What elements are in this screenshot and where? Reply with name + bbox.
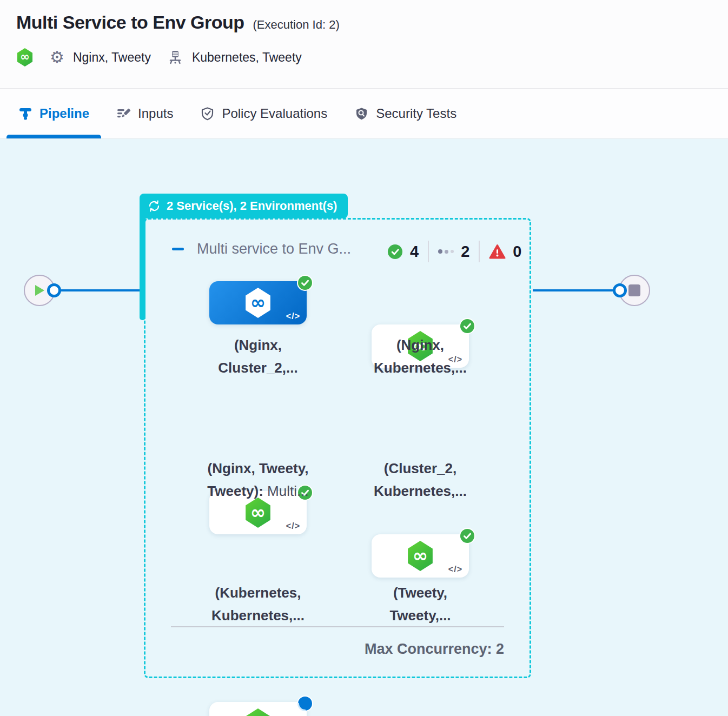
- tab-policy-evaluations[interactable]: Policy Evaluations: [200, 89, 327, 138]
- counts-divider: [428, 241, 429, 262]
- environment-icon: [167, 49, 183, 65]
- stage-matrix-badge-label: 2 Service(s), 2 Environment(s): [167, 199, 337, 213]
- services-summary: ⚙ Nginx, Tweety: [50, 49, 151, 65]
- stage-status-counts: 4 2 0: [387, 240, 521, 263]
- running-count-icon: [438, 249, 454, 254]
- status-success-icon: [459, 318, 475, 334]
- status-success-icon: [459, 528, 475, 544]
- node-label: (Cluster_2, Kubernetes,...: [339, 457, 501, 502]
- max-concurrency-divider: [171, 626, 504, 627]
- edge-connector-right: [613, 283, 627, 297]
- tab-pipeline[interactable]: Pipeline: [18, 89, 89, 138]
- stage-title[interactable]: Multi service to Env G...: [197, 241, 351, 257]
- edge-connector-left: [47, 283, 61, 297]
- title-row: Multi Service to Env Group (Execution Id…: [16, 12, 728, 33]
- tab-inputs-label: Inputs: [138, 106, 173, 121]
- loop-strategy-icon: [148, 200, 161, 213]
- node-label: (Nginx, Tweety, Tweety): Multi...: [177, 457, 339, 502]
- edge-start-to-stage: [54, 289, 142, 291]
- environments-summary: Kubernetes, Tweety: [167, 49, 302, 65]
- tab-security-tests[interactable]: Security Tests: [354, 89, 456, 138]
- stage-matrix-badge[interactable]: 2 Service(s), 2 Environment(s): [140, 194, 348, 218]
- security-shield-search-icon: [354, 107, 369, 121]
- gear-icon: ⚙: [50, 49, 64, 65]
- play-icon: [34, 284, 45, 297]
- success-count-icon: [387, 244, 403, 260]
- code-icon: </>: [286, 521, 300, 531]
- execution-header: Multi Service to Env Group (Execution Id…: [0, 0, 728, 89]
- code-icon: </>: [448, 565, 462, 574]
- execution-meta-row: ∞ ⚙ Nginx, Tweety Kubernetes, Tweety: [16, 48, 728, 67]
- execution-tabbar: Pipeline Inputs Policy Evaluations: [0, 89, 728, 139]
- failed-count-icon: [489, 244, 506, 260]
- max-concurrency-label: Max Concurrency: 2: [171, 641, 504, 658]
- pipeline-node-card-cluster2-kubernetes[interactable]: ∞ </>: [372, 534, 469, 578]
- stage-header: Multi service to Env G...: [172, 241, 351, 257]
- pipeline-canvas[interactable]: 2 Service(s), 2 Environment(s) Multi ser…: [0, 139, 728, 716]
- page-title: Multi Service to Env Group: [16, 12, 244, 33]
- pipeline-tab-icon: [18, 107, 32, 121]
- node-label: (Kubernetes, Kubernetes,...: [177, 581, 339, 627]
- collapse-stage-button[interactable]: [172, 248, 184, 250]
- status-success-icon: [297, 275, 313, 291]
- edge-stage-to-end: [533, 289, 620, 291]
- tab-inputs[interactable]: Inputs: [116, 89, 173, 138]
- success-count: 4: [410, 243, 419, 261]
- policy-shield-check-icon: [200, 107, 215, 121]
- node-label: (Nginx, Kubernetes,...: [339, 334, 501, 379]
- pipeline-node-card-nginx-cluster2[interactable]: ∞ </>: [209, 281, 307, 324]
- environments-summary-label: Kubernetes, Tweety: [192, 50, 302, 65]
- status-running-spinner-icon: [297, 695, 313, 712]
- tab-policy-evaluations-label: Policy Evaluations: [222, 106, 327, 121]
- running-count: 2: [461, 243, 469, 261]
- harness-pipeline-icon: ∞: [16, 48, 34, 67]
- failed-count: 0: [513, 243, 521, 261]
- pipeline-node-card-kubernetes-kubernetes[interactable]: ∞ </>: [209, 702, 307, 716]
- counts-divider: [479, 241, 480, 262]
- harness-step-icon: ∞: [244, 708, 272, 716]
- node-label: (Nginx, Cluster_2,...: [177, 334, 339, 379]
- inputs-tab-icon: [116, 107, 131, 121]
- execution-id: (Execution Id: 2): [253, 18, 340, 32]
- minus-icon: [172, 248, 184, 250]
- services-summary-label: Nginx, Tweety: [73, 50, 151, 65]
- harness-step-icon: ∞: [244, 288, 272, 318]
- node-label: (Tweety, Tweety,...: [339, 581, 501, 627]
- stop-icon: [628, 284, 640, 296]
- matrix-strip: [140, 218, 145, 320]
- harness-step-icon: ∞: [406, 541, 434, 571]
- code-icon: </>: [286, 311, 300, 321]
- tab-security-tests-label: Security Tests: [376, 106, 456, 121]
- tab-pipeline-label: Pipeline: [39, 106, 89, 121]
